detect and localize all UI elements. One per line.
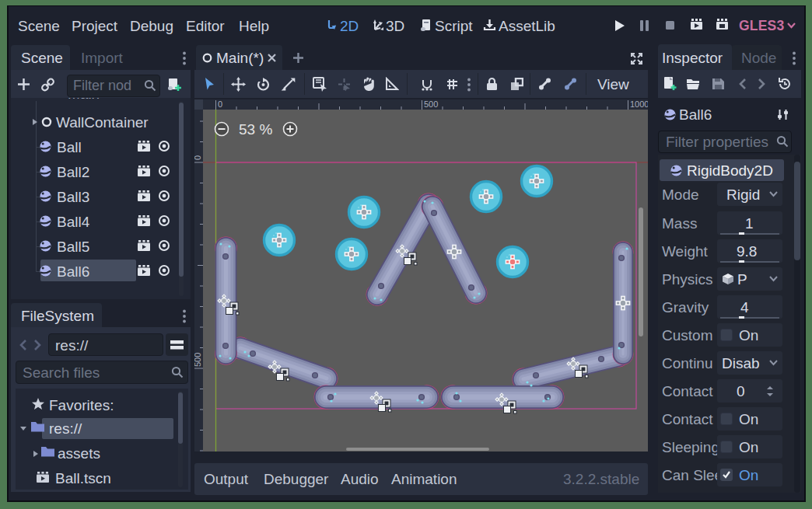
svg-text:0: 0 — [194, 155, 202, 160]
svg-text:500: 500 — [424, 99, 438, 109]
svg-text:1000: 1000 — [630, 99, 648, 109]
svg-text:53 %: 53 % — [239, 121, 272, 138]
svg-text:500: 500 — [194, 353, 202, 367]
svg-text:0: 0 — [218, 99, 222, 109]
